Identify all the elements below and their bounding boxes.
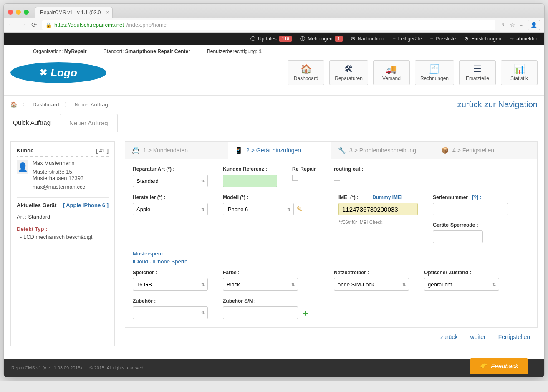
topbar-leihgeraete[interactable]: ≡Leihgeräte xyxy=(393,36,422,42)
breadcrumb-current: Neuer Auftrag xyxy=(75,101,108,108)
main-nav: 🏠Dashboard 🛠Reparaturen 🚚Versand 🧾Rechnu… xyxy=(288,60,538,85)
customer-sidebar: Kunde[ #1 ] 👤 Max Mustermann Musterstraß… xyxy=(10,141,115,346)
routing-out-checkbox[interactable] xyxy=(334,175,340,181)
farbe-select[interactable]: Black xyxy=(223,278,298,291)
nav-reparaturen[interactable]: 🛠Reparaturen xyxy=(329,60,368,85)
breadcrumb: 🏠 〉 Dashboard 〉 Neuer Auftrag xyxy=(10,101,108,109)
lock-icon: 🔒 xyxy=(45,22,52,28)
wizard-step-1[interactable]: 📇1 > Kundendaten xyxy=(125,142,228,159)
gear-icon: ⚙ xyxy=(464,36,469,42)
nav-ersatzteile[interactable]: ☰Ersatzteile xyxy=(459,60,496,85)
imei-label: IMEI (*) : xyxy=(338,195,359,200)
url-field[interactable]: 🔒 https://deutsch.repaircms.net/index.ph… xyxy=(42,20,495,30)
close-window-icon[interactable] xyxy=(8,10,13,15)
device-label: Aktuelles Gerät xyxy=(17,202,56,208)
nav-rechnungen[interactable]: 🧾Rechnungen xyxy=(415,60,454,85)
address-bar: ← → ⟳ 🔒 https://deutsch.repaircms.net/in… xyxy=(4,18,544,32)
topbar-updates[interactable]: ⓘUpdates118 xyxy=(250,35,292,43)
imei-input[interactable] xyxy=(338,203,418,215)
weiter-button[interactable]: weiter xyxy=(470,334,485,340)
key-icon[interactable]: ⚿ xyxy=(500,22,506,28)
plus-icon[interactable]: ＋ xyxy=(301,307,310,319)
menu-icon[interactable]: ≡ xyxy=(519,22,523,28)
zurueck-button[interactable]: zurück xyxy=(440,334,457,340)
standort-value: Smartpthone Repair Center xyxy=(125,48,190,54)
tab-close-icon[interactable]: × xyxy=(106,10,109,15)
topbar-einstellungen[interactable]: ⚙Einstellungen xyxy=(464,36,501,42)
dummy-imei-link[interactable]: Dummy IMEI xyxy=(372,195,402,200)
fertigstellen-button[interactable]: Fertigstellen xyxy=(498,334,530,340)
url-path: /index.php/home xyxy=(126,22,167,28)
browser-tab[interactable]: RepairCMS v1 - v 1.1 (03.0 × xyxy=(35,7,113,18)
topbar-nachrichten[interactable]: ✉Nachrichten xyxy=(351,36,384,42)
modell-label: Modell (*) : xyxy=(223,195,303,200)
reload-icon[interactable]: ⟳ xyxy=(31,21,37,29)
chart-icon: 📊 xyxy=(506,64,532,74)
wizard-step-2[interactable]: 📱2 > Gerät hinzufügen xyxy=(228,142,331,159)
zubehoer-sn-input[interactable] xyxy=(223,306,298,319)
netz-select[interactable]: ohne SIM-Lock xyxy=(334,278,409,291)
parts-icon: ☰ xyxy=(465,64,490,74)
logo[interactable]: ✖Logo xyxy=(10,62,106,83)
wizard-steps: 📇1 > Kundendaten 📱2 > Gerät hinzufügen 🔧… xyxy=(125,141,538,159)
reparatur-art-select[interactable]: Standard xyxy=(133,175,208,187)
window-controls xyxy=(8,10,29,15)
reparatur-art-label: Reparatur Art (*) : xyxy=(133,166,208,172)
topbar-preisliste[interactable]: ≡Preisliste xyxy=(430,36,456,42)
feedback-button[interactable]: 👉Feedback xyxy=(470,358,528,374)
customer-address: Musterstraße 15, Musterhausen 12393 xyxy=(33,169,109,181)
hersteller-label: Hersteller (*) : xyxy=(133,195,208,200)
star-icon[interactable]: ☆ xyxy=(510,22,515,28)
sperrcode-input[interactable] xyxy=(433,230,483,243)
farbe-label: Farbe : xyxy=(223,270,298,276)
topbar-meldungen[interactable]: ⓘMeldungen1 xyxy=(300,35,343,43)
nav-dashboard[interactable]: 🏠Dashboard xyxy=(288,60,324,85)
breadcrumb-sep: 〉 xyxy=(64,101,70,109)
home-icon: 🏠 xyxy=(293,64,319,74)
home-breadcrumb-icon[interactable]: 🏠 xyxy=(10,101,17,108)
speicher-select[interactable]: 16 GB xyxy=(133,278,208,291)
speicher-label: Speicher : xyxy=(133,270,208,276)
zubehoer-select[interactable] xyxy=(133,306,208,319)
truck-icon: 🚚 xyxy=(379,64,404,74)
tab-neuer-auftrag[interactable]: Neuer Auftrag xyxy=(60,114,118,132)
re-repair-checkbox[interactable] xyxy=(292,175,298,181)
topbar-abmelden[interactable]: ↪abmelden xyxy=(510,36,538,42)
info-icon: ⓘ xyxy=(250,35,255,43)
message-icon: ✉ xyxy=(351,36,355,42)
problem-icon: 🔧 xyxy=(338,147,346,154)
list-icon: ≡ xyxy=(430,36,433,42)
modell-select[interactable]: iPhone 6 xyxy=(223,203,294,215)
minimize-window-icon[interactable] xyxy=(16,10,21,15)
form-footer-buttons: zurück weiter Fertigstellen xyxy=(125,328,538,346)
back-to-nav-link[interactable]: zurück zur Navigation xyxy=(457,100,538,109)
wizard-step-4[interactable]: 📦4 > Fertigstellen xyxy=(434,142,537,159)
back-icon[interactable]: ← xyxy=(8,21,15,29)
wizard-step-3[interactable]: 🔧3 > Problembeschreibung xyxy=(331,142,434,159)
edit-icon[interactable]: ✎ xyxy=(296,205,303,214)
customer-name: Max Mustermann xyxy=(33,160,109,166)
breadcrumb-dashboard[interactable]: Dashboard xyxy=(33,101,59,108)
app-topbar: ⓘUpdates118 ⓘMeldungen1 ✉Nachrichten ≡Le… xyxy=(4,33,544,45)
kunden-ref-input[interactable] xyxy=(223,175,277,187)
icloud-sperre-link[interactable]: iCloud - iPhone Sperre xyxy=(133,258,530,265)
tab-quick-auftrag[interactable]: Quick Auftrag xyxy=(4,114,60,132)
nav-versand[interactable]: 🚚Versand xyxy=(373,60,410,85)
serien-help-link[interactable]: [?] : xyxy=(472,195,482,200)
hersteller-select[interactable]: Apple xyxy=(133,203,208,215)
netz-label: Netzbetreiber : xyxy=(334,270,409,276)
profile-button[interactable]: 👤 xyxy=(528,20,540,30)
imei-hint: *#06# für IMEI-Check xyxy=(338,220,418,225)
nav-statistik[interactable]: 📊Statistik xyxy=(501,60,538,85)
order-tabs: Quick Auftrag Neuer Auftrag xyxy=(4,114,544,132)
logout-icon: ↪ xyxy=(510,36,514,42)
forward-icon[interactable]: → xyxy=(20,21,26,29)
breadcrumb-sep: 〉 xyxy=(22,101,28,109)
customer-icon: 📇 xyxy=(132,147,140,154)
main-area: Kunde[ #1 ] 👤 Max Mustermann Musterstraß… xyxy=(4,132,544,350)
device-form: Reparatur Art (*) : Standard Kunden Refe… xyxy=(125,159,538,328)
optisch-select[interactable]: gebraucht xyxy=(424,278,499,291)
seriennummer-input[interactable] xyxy=(433,203,508,215)
mustersperre-link[interactable]: Mustersperre xyxy=(133,250,530,257)
maximize-window-icon[interactable] xyxy=(24,10,29,15)
